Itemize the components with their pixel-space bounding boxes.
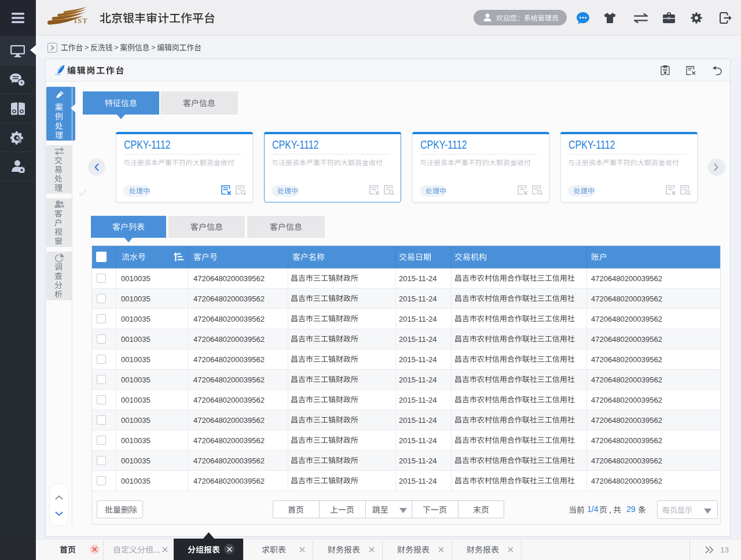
svg-text:IST: IST	[74, 17, 88, 25]
